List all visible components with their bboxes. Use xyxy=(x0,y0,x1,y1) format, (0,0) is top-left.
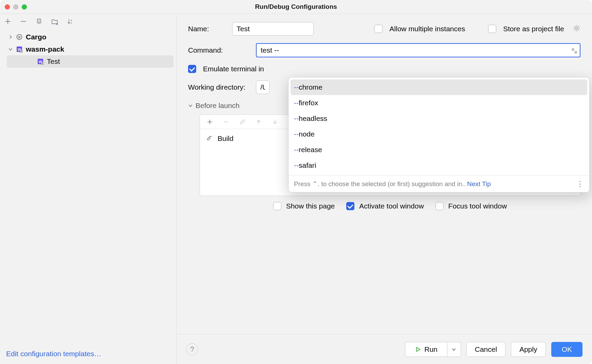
autocomplete-dash: -- xyxy=(294,99,299,107)
run-options-row: Show this page Activate tool window Focu… xyxy=(188,196,580,210)
command-input[interactable] xyxy=(256,43,580,57)
activate-label: Activate tool window xyxy=(359,202,424,210)
dialog-bottom-bar: ? Run Cancel Apply OK xyxy=(177,334,592,364)
copy-icon[interactable] xyxy=(35,17,43,26)
chevron-down-icon xyxy=(452,347,456,351)
autocomplete-item[interactable]: --safari xyxy=(291,158,587,173)
tree-label: wasm-pack xyxy=(26,45,64,53)
autocomplete-term: headless xyxy=(299,114,327,123)
config-tree: R Cargo WR wasm-pack WR xyxy=(0,29,176,344)
autocomplete-list: --chrome --firefox --headless --node --r… xyxy=(289,77,589,175)
add-icon[interactable] xyxy=(205,117,214,126)
command-row: Command: xyxy=(188,43,580,57)
focus-label: Focus tool window xyxy=(448,202,507,210)
help-icon[interactable]: ? xyxy=(186,343,198,356)
run-button-label: Run xyxy=(424,345,438,353)
allow-multiple-checkbox[interactable] xyxy=(374,25,383,33)
traffic-lights xyxy=(5,4,27,10)
autocomplete-term: chrome xyxy=(299,83,322,91)
autocomplete-footer: Press ⌃. to choose the selected (or firs… xyxy=(289,175,589,192)
up-icon[interactable] xyxy=(254,117,263,126)
cancel-button[interactable]: Cancel xyxy=(466,342,505,357)
focus-checkbox[interactable] xyxy=(436,202,444,210)
hammer-icon xyxy=(205,135,213,142)
store-as-project-checkbox[interactable] xyxy=(488,25,496,33)
show-page-option: Show this page xyxy=(273,202,335,210)
edit-icon[interactable] xyxy=(238,117,247,126)
focus-option: Focus tool window xyxy=(436,202,507,210)
cancel-button-label: Cancel xyxy=(475,345,497,353)
svg-text:R: R xyxy=(42,62,43,65)
emulate-terminal-checkbox[interactable] xyxy=(188,65,196,73)
next-tip-link[interactable]: Next Tip xyxy=(467,180,491,187)
command-label: Command: xyxy=(188,46,249,54)
run-dropdown-button[interactable] xyxy=(447,342,461,357)
show-page-label: Show this page xyxy=(286,202,335,210)
remove-icon[interactable] xyxy=(19,17,28,26)
allow-multiple-label: Allow multiple instances xyxy=(389,25,465,33)
autocomplete-dash: -- xyxy=(294,130,299,138)
working-dir-input[interactable] xyxy=(256,80,270,94)
tree-item-wasm-pack[interactable]: WR wasm-pack xyxy=(7,43,173,55)
tree-item-test[interactable]: WR Test xyxy=(7,55,173,68)
remove-icon[interactable] xyxy=(222,117,230,126)
sort-icon[interactable]: az xyxy=(66,17,75,26)
close-icon[interactable] xyxy=(5,4,10,10)
autocomplete-term: release xyxy=(299,146,322,154)
sidebar-footer: Edit configuration templates… xyxy=(0,344,176,364)
more-icon[interactable]: ⋮ xyxy=(576,180,584,188)
svg-text:R: R xyxy=(21,50,22,53)
autocomplete-dash: -- xyxy=(294,83,299,91)
tree-label: Cargo xyxy=(26,33,47,41)
sidebar: az R Cargo xyxy=(0,14,177,364)
play-icon xyxy=(415,346,421,352)
expand-icon[interactable] xyxy=(572,47,578,53)
emulate-row: Emulate terminal in xyxy=(188,65,580,73)
gear-icon[interactable] xyxy=(573,24,580,34)
edit-templates-link[interactable]: Edit configuration templates… xyxy=(6,350,101,358)
ok-button[interactable]: OK xyxy=(551,342,582,357)
activate-option: Activate tool window xyxy=(346,202,424,210)
ok-button-label: OK xyxy=(562,345,572,353)
autocomplete-dash: -- xyxy=(294,161,299,169)
autocomplete-item[interactable]: --chrome xyxy=(291,79,587,95)
autocomplete-dash: -- xyxy=(294,114,299,123)
autocomplete-item[interactable]: --release xyxy=(291,142,587,158)
run-button[interactable]: Run xyxy=(405,342,447,357)
autocomplete-item[interactable]: --firefox xyxy=(291,95,587,111)
before-launch-title: Before launch xyxy=(196,102,240,110)
autocomplete-term: safari xyxy=(299,161,316,169)
sidebar-toolbar: az xyxy=(0,14,176,29)
name-input[interactable] xyxy=(232,22,314,36)
svg-text:z: z xyxy=(71,21,72,24)
chevron-down-icon xyxy=(8,47,13,52)
add-icon[interactable] xyxy=(3,17,12,26)
folder-add-icon[interactable] xyxy=(50,17,59,26)
zoom-icon[interactable] xyxy=(22,4,27,10)
autocomplete-item[interactable]: --node xyxy=(291,126,587,142)
autocomplete-dash: -- xyxy=(294,146,299,154)
tree-item-cargo[interactable]: R Cargo xyxy=(7,31,173,43)
autocomplete-term: firefox xyxy=(299,99,318,107)
svg-text:R: R xyxy=(18,36,21,39)
working-dir-label: Working directory: xyxy=(188,83,249,91)
name-row: Name: Allow multiple instances Store as … xyxy=(188,22,580,36)
svg-point-13 xyxy=(576,27,578,29)
apply-button[interactable]: Apply xyxy=(511,342,546,357)
autocomplete-hint: Press ⌃. to choose the selected (or firs… xyxy=(294,180,572,188)
window-title: Run/Debug Configurations xyxy=(255,3,337,11)
chevron-right-icon xyxy=(8,35,13,39)
autocomplete-item[interactable]: --headless xyxy=(291,111,587,126)
name-label: Name: xyxy=(188,25,225,33)
activate-checkbox[interactable] xyxy=(346,202,354,210)
apply-button-label: Apply xyxy=(519,345,537,353)
before-launch-item-label: Build xyxy=(218,134,234,143)
minimize-icon[interactable] xyxy=(13,4,18,10)
show-page-checkbox[interactable] xyxy=(273,202,281,210)
wasm-icon: WR xyxy=(37,58,44,65)
tree-label: Test xyxy=(47,57,60,66)
titlebar: Run/Debug Configurations xyxy=(0,0,592,14)
emulate-terminal-label: Emulate terminal in xyxy=(203,65,264,73)
down-icon[interactable] xyxy=(271,117,279,126)
autocomplete-popup: --chrome --firefox --headless --node --r… xyxy=(288,77,590,193)
